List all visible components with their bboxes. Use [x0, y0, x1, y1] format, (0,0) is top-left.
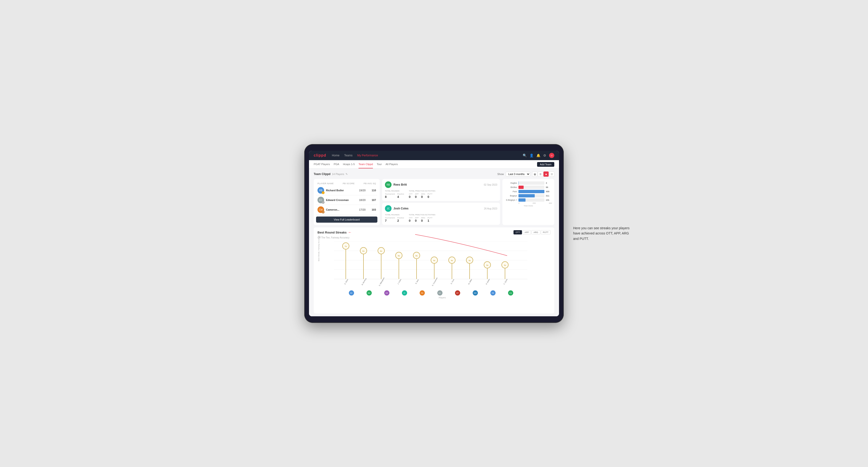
app-value: 0 — [415, 195, 418, 198]
streak-chart-container: Best Streak, Fairway Accuracy 0 2 4 6 — [317, 241, 551, 311]
bar-value: 131 — [546, 199, 552, 201]
x-tick: 200 — [533, 202, 536, 204]
chart-x-title: Total Shots — [505, 205, 552, 207]
search-icon[interactable]: 🔍 — [523, 154, 527, 157]
subnav-pga[interactable]: PGA — [334, 160, 339, 168]
avatar-container: DF — [448, 290, 466, 295]
top-nav: clippd Home Teams My Performance 🔍 👤 🔔 ⚙… — [309, 151, 559, 160]
team-title-area: Team Clippd 14 Players ✎ — [314, 173, 348, 176]
stat-sub: Tournament 7 Practice 2 — [385, 217, 404, 222]
x-tick: 0 — [519, 202, 519, 204]
nav-my-performance[interactable]: My Performance — [357, 154, 378, 157]
pb-avg: 107 — [369, 198, 376, 201]
bar-track — [519, 190, 545, 193]
avatar-container: EE — [342, 290, 360, 295]
svg-text:R. Butler: R. Butler — [486, 278, 490, 285]
arrow-indicator: ← — [348, 230, 352, 235]
player-name: Cameron... — [326, 208, 356, 211]
table-row[interactable]: EC 2 Edward Crossman 18/20 107 — [316, 195, 377, 205]
col-pb-avg: PB AVG SQ — [364, 182, 376, 185]
main-content: Team Clippd 14 Players ✎ Show Last 3 mon… — [309, 168, 559, 316]
player-avatar-small: DF — [455, 290, 460, 295]
stat-sub2: OTT 0 APP 0 ARG 0 — [409, 217, 435, 222]
svg-text:J. Coles: J. Coles — [397, 279, 402, 285]
table-row[interactable]: CM 3 Cameron... 17/20 103 — [316, 205, 377, 215]
tournament-value: 7 — [385, 219, 395, 222]
subnav-tour[interactable]: Tour — [377, 160, 382, 168]
player-avatars-row: EE BM DB JC RB — [334, 290, 551, 295]
user-icon[interactable]: 👤 — [530, 154, 533, 157]
avatar-container: DB — [378, 290, 396, 295]
grid-view-button[interactable]: ▦ — [532, 172, 537, 177]
avatar-container: RB — [484, 290, 502, 295]
avatar: RB — [385, 181, 392, 188]
subnav-team-clippd[interactable]: Team Clippd — [359, 160, 373, 168]
tablet-screen: clippd Home Teams My Performance 🔍 👤 🔔 ⚙… — [309, 151, 559, 316]
bell-icon[interactable]: 🔔 — [536, 154, 540, 157]
stat-group-title2: Total Practice Activities — [409, 190, 435, 192]
player-avatar-small: JC — [402, 290, 407, 295]
time-period-select[interactable]: Last 3 months — [506, 172, 530, 177]
player-name: Edward Crossman — [326, 198, 356, 201]
filter-tab-app[interactable]: APP — [522, 230, 531, 235]
col-player-name: PLAYER NAME — [317, 182, 334, 185]
avatar-icon[interactable]: U — [549, 153, 554, 158]
rank-badge-2: 2 — [322, 201, 324, 204]
practice-stat: Practice 4 — [397, 193, 404, 198]
subnav-all-players[interactable]: All Players — [385, 160, 398, 168]
player-card-date: 26 Aug 2023 — [484, 207, 497, 210]
putt-stat: PUTT 0 — [428, 193, 433, 198]
filter-tab-ott[interactable]: OTT — [514, 230, 522, 235]
avatar-container: MM — [466, 290, 484, 295]
list-view-button[interactable]: ☰ — [538, 172, 543, 177]
player-avatar-small: MM — [473, 290, 478, 295]
x-axis: 0 200 400 — [505, 201, 552, 204]
rounds-stat-group: Total Rounds Tournament 8 Practice 4 — [385, 190, 404, 198]
bar-track — [519, 181, 545, 185]
streak-chart-svg: 0 2 4 6 8 7x E. Ebert 6x — [334, 241, 527, 288]
ott-stat: OTT 0 — [409, 217, 412, 222]
table-row[interactable]: RB 1 Richard Butler 19/20 110 — [316, 186, 377, 195]
subnav-hcaps[interactable]: Hcaps 1-5 — [343, 160, 355, 168]
settings-icon[interactable]: ⚙ — [543, 154, 546, 157]
filter-tab-putt[interactable]: PUTT — [541, 230, 551, 235]
col-pb-score: PB SCORE — [343, 182, 355, 185]
practice-stat: Practice 2 — [397, 217, 404, 222]
nav-home[interactable]: Home — [332, 154, 339, 157]
bar-value: 96 — [546, 186, 552, 188]
rounds-stat-group: Total Rounds Tournament 7 Practice 2 — [385, 214, 404, 222]
bar-label: Birdies — [505, 186, 517, 188]
player-card-name: Josh Coles — [394, 207, 482, 210]
edit-icon[interactable]: ✎ — [346, 173, 348, 176]
player-cards-panel: RB Rees Britt 02 Sep 2023 Total Rounds T… — [382, 179, 500, 225]
stats-grid: Total Rounds Tournament 8 Practice 4 — [385, 190, 497, 198]
player-avatar-small: EE — [349, 290, 354, 295]
tablet-frame: clippd Home Teams My Performance 🔍 👤 🔔 ⚙… — [304, 144, 564, 323]
streaks-header: Best Round Streaks ← OTT APP ARG PUTT — [317, 230, 551, 235]
bar-track — [519, 186, 545, 189]
filter-tab-arg[interactable]: ARG — [531, 230, 540, 235]
player-card-header: JC Josh Coles 26 Aug 2023 — [385, 205, 497, 212]
bar-fill — [519, 194, 535, 197]
bar-fill — [519, 186, 524, 189]
nav-teams[interactable]: Teams — [344, 154, 352, 157]
player-name: Richard Butler — [326, 189, 356, 192]
svg-text:5x: 5x — [415, 255, 418, 257]
add-team-button[interactable]: Add Team — [537, 162, 554, 167]
nav-icons: 🔍 👤 🔔 ⚙ U — [523, 153, 554, 158]
bar-row-dbogeys: D.Bogeys + 131 — [505, 198, 552, 201]
chart-subtitle: Off The Tee, Fairway Accuracy — [317, 236, 551, 239]
svg-text:D. Ford: D. Ford — [450, 279, 455, 284]
streaks-section: Best Round Streaks ← OTT APP ARG PUTT Of… — [314, 227, 554, 313]
svg-text:4x: 4x — [451, 259, 453, 261]
view-icons: ▦ ☰ ■ ☷ — [532, 172, 554, 177]
bar-track — [519, 194, 545, 197]
player-card: JC Josh Coles 26 Aug 2023 Total Rounds T… — [382, 203, 500, 225]
table-view-button[interactable]: ☷ — [549, 172, 554, 177]
arg-stat: ARG 0 — [421, 193, 425, 198]
subnav-pgat[interactable]: PGAT Players — [314, 160, 330, 168]
card-view-button[interactable]: ■ — [544, 172, 549, 177]
view-leaderboard-button[interactable]: View Full Leaderboard — [316, 217, 377, 223]
bar-value: 499 — [546, 190, 552, 193]
player-card-date: 02 Sep 2023 — [484, 184, 497, 186]
